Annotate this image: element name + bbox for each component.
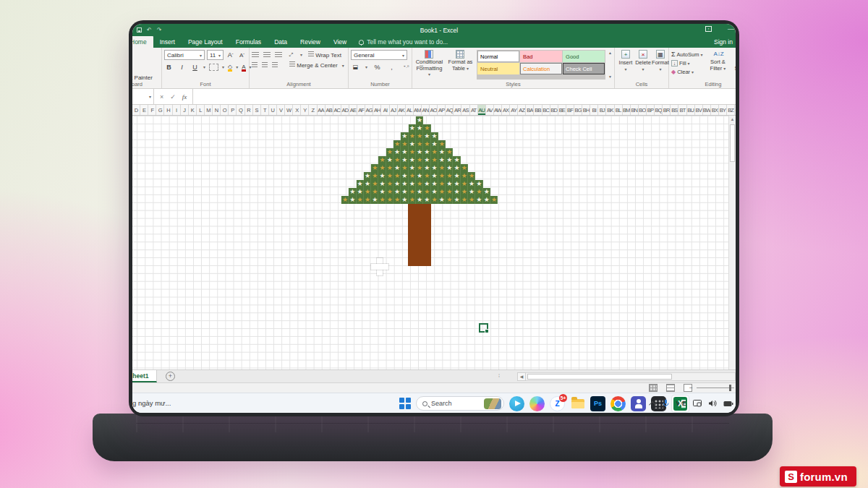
zoom-out-icon[interactable]: − bbox=[689, 385, 693, 391]
ribbon-tab-insert[interactable]: Insert bbox=[153, 36, 182, 48]
insert-function-button[interactable]: fx bbox=[182, 93, 187, 100]
column-header-BP[interactable]: BP bbox=[647, 105, 655, 115]
cell-style-check-cell[interactable]: Check Cell bbox=[563, 63, 605, 74]
column-header-AL[interactable]: AL bbox=[406, 105, 414, 115]
column-header-BK[interactable]: BK bbox=[606, 105, 614, 115]
sign-in-link[interactable]: Sign in bbox=[714, 38, 733, 46]
fill-color-button[interactable]: ◇ bbox=[228, 64, 232, 70]
autosum-button[interactable]: Σ AutoSum ▾ bbox=[671, 50, 702, 59]
align-left-icon[interactable] bbox=[252, 62, 258, 68]
column-header-AV[interactable]: AV bbox=[486, 105, 494, 115]
ribbon-tab-data[interactable]: Data bbox=[268, 36, 294, 48]
column-header-AH[interactable]: AH bbox=[373, 105, 381, 115]
add-sheet-button[interactable]: + bbox=[166, 372, 175, 381]
align-bottom-icon[interactable] bbox=[275, 52, 282, 58]
tell-me-box[interactable]: Tell me what you want to do... bbox=[353, 36, 448, 48]
cancel-icon[interactable]: × bbox=[160, 93, 163, 100]
taskbar-app-teams-icon[interactable] bbox=[631, 396, 646, 411]
column-header-BE[interactable]: BE bbox=[558, 105, 566, 115]
find-select-button[interactable]: ⌕ Find &Select ▾ bbox=[733, 50, 736, 80]
column-header-S[interactable]: S bbox=[253, 105, 261, 115]
column-header-D[interactable]: D bbox=[132, 105, 140, 115]
format-as-table-button[interactable]: Format asTable ▾ bbox=[447, 50, 474, 80]
borders-button[interactable] bbox=[209, 64, 218, 71]
column-header-BU[interactable]: BU bbox=[687, 105, 695, 115]
sheet-tab-sheet1[interactable]: Sheet1 bbox=[132, 370, 157, 382]
column-header-W[interactable]: W bbox=[285, 105, 293, 115]
column-header-AE[interactable]: AE bbox=[349, 105, 357, 115]
column-header-AG[interactable]: AG bbox=[365, 105, 373, 115]
cell-style-bad[interactable]: Bad bbox=[520, 51, 562, 62]
align-top-icon[interactable] bbox=[252, 52, 259, 58]
column-header-CA[interactable]: CA bbox=[735, 105, 736, 115]
taskbar-app-photoshop-icon[interactable]: Ps bbox=[590, 396, 605, 411]
column-header-BX[interactable]: BX bbox=[711, 105, 719, 115]
column-header-H[interactable]: H bbox=[164, 105, 172, 115]
gallery-scroll[interactable]: ▲▼ bbox=[608, 50, 612, 80]
italic-button[interactable]: I bbox=[177, 62, 187, 72]
align-center-icon[interactable] bbox=[262, 62, 268, 68]
cast-screen-icon[interactable] bbox=[693, 400, 702, 407]
taskbar-app-telegram-icon[interactable] bbox=[509, 396, 524, 411]
fill-button[interactable]: ↓ Fill ▾ bbox=[671, 59, 702, 67]
column-header-BQ[interactable]: BQ bbox=[655, 105, 663, 115]
wrap-text-button[interactable]: Wrap Text bbox=[308, 51, 341, 59]
column-header-AS[interactable]: AS bbox=[461, 105, 469, 115]
font-color-button[interactable]: A bbox=[242, 64, 245, 70]
column-header-Z[interactable]: Z bbox=[309, 105, 317, 115]
column-header-AM[interactable]: AM bbox=[414, 105, 422, 115]
increase-decimal-icon[interactable]: ⁺·⁰ bbox=[401, 62, 411, 72]
ribbon-tab-review[interactable]: Review bbox=[294, 36, 327, 48]
horizontal-scroll-thumb[interactable] bbox=[527, 374, 672, 380]
column-header-BR[interactable]: BR bbox=[663, 105, 671, 115]
column-header-AP[interactable]: AP bbox=[438, 105, 446, 115]
column-header-BB[interactable]: BB bbox=[534, 105, 542, 115]
column-header-BS[interactable]: BS bbox=[671, 105, 678, 115]
grow-font-button[interactable]: Aˆ bbox=[226, 51, 235, 60]
column-header-AK[interactable]: AK bbox=[398, 105, 406, 115]
column-header-BF[interactable]: BF bbox=[566, 105, 574, 115]
delete-cells-button[interactable]: ×Delete▾ bbox=[634, 50, 652, 80]
column-header-X[interactable]: X bbox=[293, 105, 301, 115]
font-name-select[interactable]: Calibri▾ bbox=[164, 50, 205, 60]
sort-filter-button[interactable]: A↓Z Sort &Filter ▾ bbox=[707, 50, 728, 80]
column-header-F[interactable]: F bbox=[148, 105, 156, 115]
column-header-BC[interactable]: BC bbox=[542, 105, 550, 115]
zoom-slider[interactable]: − bbox=[697, 388, 734, 388]
column-header-BD[interactable]: BD bbox=[550, 105, 558, 115]
column-header-BN[interactable]: BN bbox=[631, 105, 639, 115]
column-header-V[interactable]: V bbox=[277, 105, 285, 115]
weather-widget[interactable]: g ngày mư... bbox=[132, 399, 171, 407]
number-format-select[interactable]: General▾ bbox=[351, 50, 407, 60]
zoom-slider-handle[interactable] bbox=[729, 385, 731, 391]
cell-style-neutral[interactable]: Neutral bbox=[477, 63, 519, 74]
ribbon-tab-page-layout[interactable]: Page Layout bbox=[182, 36, 229, 48]
normal-view-button[interactable] bbox=[649, 384, 658, 392]
name-box[interactable]: ▾ bbox=[132, 89, 154, 104]
cell-style-good[interactable]: Good bbox=[563, 51, 605, 62]
horizontal-scrollbar[interactable]: ◀ bbox=[517, 372, 736, 381]
percent-button[interactable]: % bbox=[373, 62, 382, 72]
column-header-I[interactable]: I bbox=[173, 105, 181, 115]
column-header-Y[interactable]: Y bbox=[301, 105, 309, 115]
spreadsheet-grid[interactable]: ★★★★★★★★★★★★★★★★★★★★★★★★★★★★★★★★★★★★★★★★… bbox=[132, 116, 736, 369]
cell-style-normal[interactable]: Normal bbox=[477, 51, 519, 62]
column-header-AA[interactable]: AA bbox=[318, 105, 326, 115]
merge-center-button[interactable]: Merge & Center bbox=[289, 61, 338, 69]
column-header-BH[interactable]: BH bbox=[582, 105, 590, 115]
ribbon-tab-view[interactable]: View bbox=[327, 36, 353, 48]
cut-button[interactable]: ✂Cut bbox=[132, 50, 159, 59]
accounting-format-icon[interactable]: ⬓ bbox=[351, 62, 360, 72]
taskbar-app-chrome-icon[interactable] bbox=[610, 396, 626, 411]
speaker-icon[interactable] bbox=[708, 400, 717, 407]
column-header-AQ[interactable]: AQ bbox=[446, 105, 454, 115]
column-header-AF[interactable]: AF bbox=[357, 105, 365, 115]
selected-cell-outline[interactable] bbox=[479, 323, 488, 333]
column-header-AN[interactable]: AN bbox=[422, 105, 430, 115]
cell-style-calculation[interactable]: Calculation bbox=[520, 63, 562, 74]
column-header-BG[interactable]: BG bbox=[574, 105, 582, 115]
enter-icon[interactable]: ✓ bbox=[170, 93, 176, 100]
scroll-left-icon[interactable]: ◀ bbox=[517, 372, 526, 381]
format-cells-button[interactable]: ▦Format▾ bbox=[652, 50, 669, 80]
column-header-Q[interactable]: Q bbox=[237, 105, 244, 115]
